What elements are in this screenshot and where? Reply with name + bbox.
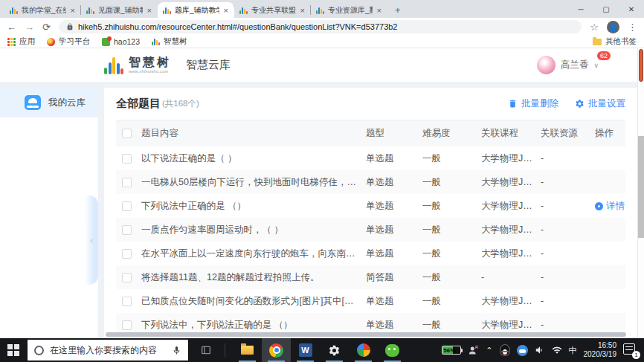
table-row[interactable]: 下列说法中正确的是 （） 单选题 一般 大学物理J（1... - 详情 xyxy=(116,194,625,218)
row-checkbox[interactable] xyxy=(122,297,132,306)
batch-delete-button[interactable]: 批量删除 xyxy=(508,97,558,110)
bookmark-label: 学习平台 xyxy=(59,36,90,47)
table-row[interactable]: 已知质点位矢随时间变化的函数形式为[图片]其中[图片]为常量，... 单选题 一… xyxy=(116,289,625,313)
row-checkbox[interactable] xyxy=(122,273,132,282)
browser-profile-icon[interactable]: 👤 xyxy=(607,21,619,33)
vertical-scrollbar-track[interactable] xyxy=(637,48,644,338)
refresh-icon[interactable]: ⟳ xyxy=(42,22,51,32)
browser-tab[interactable]: 题库_辅助教学_智慧树网 × xyxy=(158,2,234,18)
notification-center-button[interactable]: 1 xyxy=(623,343,638,357)
related-resource: - xyxy=(541,224,595,235)
question-count: (共168个) xyxy=(162,98,199,109)
browser-tab[interactable]: 见面课_辅助教学_智慧树 × xyxy=(81,2,158,18)
close-window-button[interactable]: ✕ xyxy=(619,0,644,18)
minimize-button[interactable]: ─ xyxy=(568,0,593,18)
close-tab-icon[interactable]: × xyxy=(300,6,306,15)
question-content: 已知质点位矢随时间变化的函数形式为[图片]其中[图片]为常量，... xyxy=(141,295,366,308)
maximize-button[interactable]: ▢ xyxy=(593,0,619,18)
tab-title: 见面课_辅助教学_智慧树 xyxy=(98,5,143,16)
table-row[interactable]: 一质点作匀速率圆周运动时，（ ） 单选题 一般 大学物理J（1... - xyxy=(116,218,625,242)
table-header-row: 题目内容 题型 难易度 关联课程 关联资源 操作 xyxy=(116,120,625,146)
table-row[interactable]: 将选择题11题、12题的解题过程拍照上传。 简答题 一般 - - xyxy=(116,265,625,289)
bookmark-item[interactable]: 学习平台 xyxy=(47,36,90,47)
taskbar-search-input[interactable]: 在这里输入你要搜索的内容 xyxy=(27,339,189,361)
related-resource: - xyxy=(541,153,595,164)
forward-icon[interactable]: → xyxy=(25,22,34,32)
tray-chevron-icon[interactable]: ⌃ xyxy=(486,346,492,355)
table-row[interactable]: 在水平冰面上以一定速度向东行驶的炮车，向东南（斜向上）方向... 单选题 一般 … xyxy=(116,242,625,265)
chevron-down-icon[interactable]: ∨ xyxy=(593,62,599,69)
related-resource: - xyxy=(541,296,595,306)
select-all-checkbox[interactable] xyxy=(122,129,132,138)
related-course: 大学物理J（1... xyxy=(481,200,541,213)
sidebar-item-label: 我的云库 xyxy=(48,97,86,109)
question-difficulty: 一般 xyxy=(422,271,481,284)
avatar[interactable] xyxy=(537,56,556,74)
bookmark-item[interactable]: hao123 xyxy=(102,36,140,47)
table-row[interactable]: 以下说法正确的是（ ） 单选题 一般 大学物理J（1... - xyxy=(116,146,625,170)
browser-tab[interactable]: 专业资源库_翻转教学_智慧 × xyxy=(311,2,387,18)
question-difficulty: 一般 xyxy=(422,295,481,308)
browser-tab[interactable]: 我的学堂_在线学堂_智慧树 × xyxy=(4,2,81,18)
question-type: 单选题 xyxy=(366,319,422,332)
question-difficulty: 一般 xyxy=(422,200,481,213)
scrollbar-thumb[interactable] xyxy=(638,136,644,238)
taskbar-wechat[interactable] xyxy=(378,338,407,362)
user-menu[interactable]: 高兰香 ∨ 62 xyxy=(537,48,599,82)
qq-icon[interactable] xyxy=(500,344,510,356)
row-checkbox[interactable] xyxy=(122,154,132,164)
user-switch-icon[interactable]: R xyxy=(468,345,479,356)
row-checkbox[interactable] xyxy=(122,320,132,330)
taskbar-chrome[interactable] xyxy=(262,338,291,362)
network-icon[interactable] xyxy=(552,345,562,355)
table-row[interactable]: 一电梯从50层楼向下运行，快到地面时电梯停住，在接近地面处... 单选题 一般 … xyxy=(116,170,625,194)
logo-title: 智慧树 xyxy=(129,56,171,68)
start-button[interactable] xyxy=(0,338,27,362)
taskbar-file-explorer[interactable] xyxy=(233,338,262,362)
tab-title: 专业共享联盟 xyxy=(251,5,296,16)
related-course: 大学物理J（1... xyxy=(481,248,541,260)
browser-tab[interactable]: 专业共享联盟 × xyxy=(234,2,311,18)
row-checkbox[interactable] xyxy=(122,201,132,211)
batch-delete-label: 批量删除 xyxy=(521,97,558,110)
detail-link[interactable]: 详情 xyxy=(595,200,619,213)
address-bar[interactable]: hikeh5.zhihuishu.com/resourceCenter.html… xyxy=(59,20,582,33)
task-view-button[interactable] xyxy=(195,344,217,356)
taskbar-word[interactable]: W xyxy=(291,338,320,362)
battery-indicator[interactable]: 56% xyxy=(442,346,461,355)
zhihuishu-favicon-icon xyxy=(239,7,248,14)
zhihuishu-logo-icon[interactable] xyxy=(104,56,123,74)
zhihuishu-favicon-icon xyxy=(316,7,324,14)
row-checkbox[interactable] xyxy=(122,249,132,259)
horizontal-scrollbar[interactable] xyxy=(106,332,626,337)
row-checkbox[interactable] xyxy=(122,178,132,187)
question-difficulty: 一般 xyxy=(422,152,481,165)
sidebar-collapse-handle[interactable]: ‹ xyxy=(85,195,98,285)
bookmark-item[interactable]: 应用 xyxy=(7,36,35,47)
back-icon[interactable]: ← xyxy=(7,22,16,32)
batch-settings-button[interactable]: 批量设置 xyxy=(575,97,625,110)
taskbar-settings[interactable] xyxy=(320,338,349,362)
ime-indicator[interactable]: 中 xyxy=(569,345,577,356)
new-tab-button[interactable]: + xyxy=(387,4,408,18)
chrome-icon xyxy=(269,343,283,358)
close-tab-icon[interactable]: × xyxy=(70,6,76,15)
scrollbar-thumb-orange[interactable] xyxy=(639,49,643,82)
taskbar-clock[interactable]: 16:50 2020/3/19 xyxy=(584,341,617,360)
cloud-app-icon[interactable] xyxy=(517,345,528,356)
other-bookmarks[interactable]: 其他书签 xyxy=(593,36,637,47)
svg-text:R: R xyxy=(475,345,478,349)
bookmark-item[interactable]: 智慧树 xyxy=(152,36,187,47)
question-type: 单选题 xyxy=(366,295,422,308)
chrome-menu-icon[interactable]: ⋮ xyxy=(628,22,637,32)
microphone-icon[interactable] xyxy=(172,346,181,355)
close-tab-icon[interactable]: × xyxy=(146,6,152,15)
close-tab-icon[interactable]: × xyxy=(376,6,382,15)
volume-icon[interactable] xyxy=(535,345,545,355)
row-actions[interactable]: 详情 xyxy=(595,200,625,213)
sidebar-item-my-cloud[interactable]: 我的云库 xyxy=(0,88,98,117)
taskbar-app[interactable] xyxy=(349,338,378,362)
bookmark-star-icon[interactable]: ☆ xyxy=(590,22,599,32)
row-checkbox[interactable] xyxy=(122,225,132,235)
close-tab-icon[interactable]: × xyxy=(223,6,229,15)
